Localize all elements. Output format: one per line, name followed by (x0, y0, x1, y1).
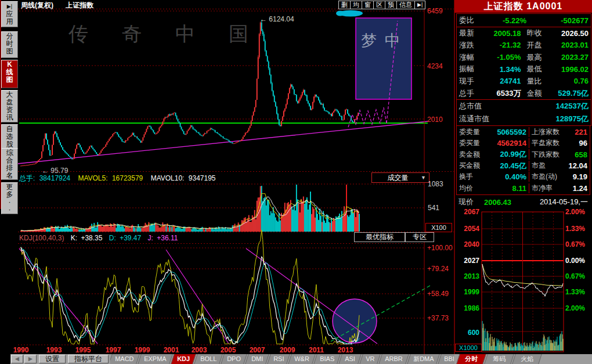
indicator-tab-BBI[interactable]: BBI (438, 354, 454, 364)
quote-value: 1996.02 (553, 65, 589, 74)
tab-label: EXPMA (145, 354, 167, 363)
detail-row-5: 换手0.40%市盈(动)9.19 (457, 171, 590, 182)
toolbar-button-4[interactable]: 区 (373, 1, 385, 9)
dream-box-text: 梦中 (361, 30, 409, 51)
weicha-value: -502677 (544, 16, 589, 25)
year-tick-2009: 2009 (276, 346, 299, 354)
watermark: 传奇中国 (68, 21, 282, 48)
kdj-y-tick-2: +58.49 (427, 290, 449, 298)
quote-detail-box: 委卖量5065592上涨家数221委买量4562914平盘家数96卖金额20.9… (456, 125, 590, 195)
j-value: +36.11 (157, 234, 178, 242)
peak-price-label: ← 6124.04 (260, 15, 294, 23)
bottom-toolbar: ◄ ► 设置 指标平台 MACDEXPMAKDJBOLLDPODMIRSIW&R… (0, 354, 592, 364)
zongshou-label: 总手: (19, 174, 35, 182)
main-y-tick-4234: 4234 (427, 62, 443, 70)
quote-label: 总市值 (459, 101, 506, 111)
quote-label: 买金额 (459, 161, 486, 171)
kdj-y-tick-0: +100.00 (427, 244, 453, 252)
top-toolbar: 删均窗区预信息▶| (338, 1, 425, 9)
quote-label: 开盘 (527, 40, 553, 51)
intraday-pct-tick-6: 2.00% (565, 304, 585, 312)
indicator-tab-BOLL[interactable]: BOLL (194, 354, 223, 364)
quote-value: 529.75亿 (553, 88, 589, 99)
toolbar-button-6[interactable]: 信息 (396, 1, 415, 9)
toolbar-button-2[interactable]: 均 (350, 1, 362, 9)
indicator-tab-MACD[interactable]: MACD (110, 354, 140, 364)
toolbar-button-5[interactable]: 预 (385, 1, 397, 9)
tab-label: ARBR (385, 354, 403, 363)
intraday-price-tick-1986: 1986 (457, 304, 479, 312)
tab-label: 新DMA (413, 354, 434, 363)
quote-row-4: 振幅1.34%最低1996.02 (457, 64, 591, 74)
scroll-right-button[interactable]: ► (24, 355, 37, 363)
indicator-tab-RSI[interactable]: RSI (267, 354, 290, 364)
chart-header: 周线(复权) 上证指数 (21, 1, 93, 10)
intraday-price-tick-2067: 2067 (457, 208, 479, 216)
mavol5-value: 16723579 (112, 174, 143, 182)
indicator-tab-ARBR[interactable]: ARBR (378, 354, 409, 364)
sidebar-item-6[interactable]: 综合排名 (1, 148, 18, 180)
sidebar-item-1[interactable]: ▶|应用 (1, 1, 18, 27)
year-tick-2005: 2005 (216, 346, 240, 354)
quote-label: 昨收 (527, 28, 553, 38)
quote-value: 142537亿 (506, 101, 589, 111)
expand-icon: ▶| (7, 3, 12, 9)
tab-label: DMI (251, 354, 263, 363)
indicator-tab-VR[interactable]: VR (359, 354, 381, 364)
sidebar-item-5[interactable]: 自选股 (1, 124, 18, 149)
detail-row-4: 买金额20.45亿市盈12.04 (457, 160, 590, 171)
tab-label: BIAS (320, 354, 334, 363)
indicator-tab-新DMA[interactable]: 新DMA (407, 354, 440, 364)
volume-type-dropdown[interactable]: 成交量 ▼ (371, 172, 429, 183)
quote-label: 委买量 (459, 138, 486, 148)
volume-y-tick-1083: 1083 (428, 180, 443, 188)
best-indicator-button[interactable]: 最优指标 (354, 232, 405, 242)
tab-label: KDJ (177, 354, 190, 363)
sidebar-item-3[interactable]: K线图 (1, 60, 18, 88)
view-tab-分时[interactable]: 分时 (456, 354, 486, 364)
quote-value: 4562914 (486, 139, 526, 147)
tab-label: RSI (273, 354, 284, 363)
mavol10-value: 9347195 (189, 174, 216, 182)
year-tick-1990: 1990 (9, 346, 33, 354)
indicator-tab-W&R[interactable]: W&R (288, 354, 316, 364)
kdj-y-tick-1: +79.24 (427, 265, 449, 273)
quote-label: 市净率 (532, 183, 568, 193)
quote-value: 2005.18 (485, 29, 521, 38)
indicator-tab-BIAS[interactable]: BIAS (313, 354, 341, 364)
detail-right: 平盘家数96 (529, 138, 590, 148)
quote-label: 卖金额 (459, 150, 486, 160)
indicator-tab-DPO[interactable]: DPO (221, 354, 247, 364)
toolbar-expand-icon[interactable]: ▶| (414, 1, 425, 9)
sidebar-item-2[interactable]: 分时图 (1, 31, 18, 58)
quote-value: 20.99亿 (486, 149, 526, 160)
quote-label: 振幅 (459, 64, 485, 74)
j-label: J: (148, 234, 153, 242)
detail-left: 换手0.40% (457, 172, 529, 182)
quote-main-box: 最新2005.18昨收2026.50涨跌-21.32开盘2023.01涨幅-1.… (456, 27, 591, 100)
quote-label: 涨跌 (459, 40, 485, 51)
indicator-tab-ASI[interactable]: ASI (338, 354, 361, 364)
intraday-pct-tick-5: 1.33% (565, 288, 585, 296)
quote-value: 12.04 (568, 161, 587, 170)
scroll-left-button[interactable]: ◄ (11, 355, 23, 363)
settings-button[interactable]: 设置 (39, 355, 66, 363)
indicator-tab-KDJ[interactable]: KDJ (171, 354, 196, 364)
indicator-tab-DMI[interactable]: DMI (245, 354, 269, 364)
quote-label: 量比 (527, 76, 553, 87)
zone-button[interactable]: 专区 (405, 232, 434, 242)
quote-label: 下跌家数 (532, 150, 568, 160)
view-tab-筹码[interactable]: 筹码 (484, 354, 514, 364)
quote-value: 96 (568, 139, 587, 147)
sidebar-item-4[interactable]: 大盘资讯 (1, 90, 18, 122)
intraday-price-tick-2013: 2013 (457, 272, 479, 280)
sidebar-item-7[interactable]: 更多·· (1, 182, 18, 214)
weibi-box: 委比 -5.22% -502677 (456, 13, 591, 27)
indicator-tab-EXPMA[interactable]: EXPMA (138, 354, 173, 364)
toolbar-button-1[interactable]: 删 (338, 1, 351, 9)
toolbar-button-3[interactable]: 窗 (362, 1, 374, 9)
quote-value: 2026.50 (553, 29, 589, 38)
indicator-platform-button[interactable]: 指标平台 (68, 355, 109, 363)
view-tab-火焰[interactable]: 火焰 (512, 354, 542, 364)
quote-label: 流通市值 (459, 114, 506, 124)
